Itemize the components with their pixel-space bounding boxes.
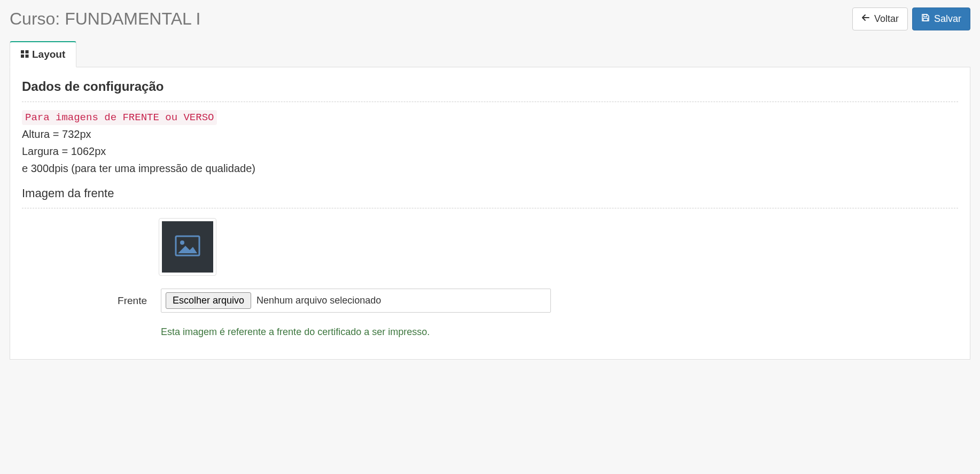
config-section-title: Dados de configuração xyxy=(22,79,958,94)
divider xyxy=(22,102,958,102)
front-field-label: Frente xyxy=(22,289,161,307)
svg-point-7 xyxy=(180,240,184,245)
front-file-input[interactable]: Escolher arquivo Nenhum arquivo selecion… xyxy=(161,289,551,313)
save-icon xyxy=(921,12,930,26)
svg-rect-0 xyxy=(923,14,927,17)
svg-rect-3 xyxy=(26,50,29,53)
file-status-text: Nenhum arquivo selecionado xyxy=(256,295,381,306)
spec-height: Altura = 732px xyxy=(22,126,958,143)
back-button[interactable]: Voltar xyxy=(852,7,908,30)
image-placeholder-icon xyxy=(174,232,201,262)
back-button-label: Voltar xyxy=(874,12,899,26)
svg-rect-5 xyxy=(26,55,29,58)
save-button-label: Salvar xyxy=(934,12,961,26)
image-hint-code: Para imagens de FRENTE ou VERSO xyxy=(22,110,217,125)
divider xyxy=(22,208,958,208)
svg-rect-4 xyxy=(21,55,24,58)
front-image-thumbnail[interactable] xyxy=(159,218,216,276)
page-title: Curso: FUNDAMENTAL I xyxy=(10,9,200,29)
tab-layout-label: Layout xyxy=(32,49,65,60)
front-image-title: Imagem da frente xyxy=(22,187,958,200)
spec-dpi: e 300dpis (para ter uma impressão de qua… xyxy=(22,160,958,177)
tab-layout[interactable]: Layout xyxy=(10,41,76,67)
grid-icon xyxy=(21,49,29,60)
choose-file-button[interactable]: Escolher arquivo xyxy=(166,292,251,309)
front-help-text: Esta imagem é referente a frente do cert… xyxy=(161,327,551,338)
arrow-left-icon xyxy=(861,12,870,26)
tab-panel-layout: Dados de configuração Para imagens de FR… xyxy=(10,67,970,360)
spec-width: Largura = 1062px xyxy=(22,143,958,160)
svg-rect-2 xyxy=(21,50,24,53)
save-button[interactable]: Salvar xyxy=(912,7,970,30)
tabs: Layout xyxy=(10,41,970,67)
